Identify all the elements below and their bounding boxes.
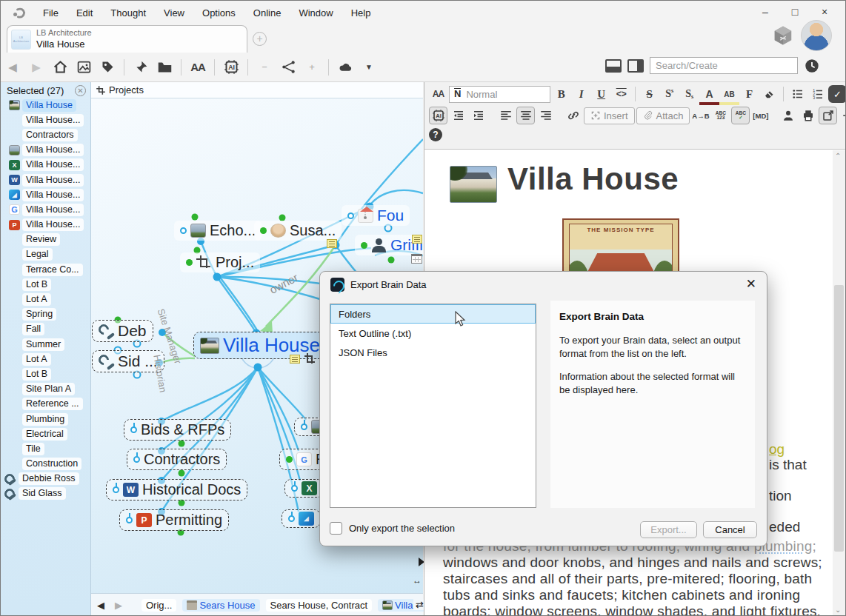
subscript-button[interactable]: Ss <box>680 85 699 103</box>
sidebar-item[interactable]: Sid Glass <box>1 486 90 501</box>
sidebar-item[interactable]: Villa House... <box>1 218 90 232</box>
sidebar-item[interactable]: Villa House... <box>1 173 90 187</box>
plex-layout-button[interactable] <box>279 58 298 77</box>
graph-node[interactable]: Deb <box>92 320 153 342</box>
cloud-sync-button[interactable] <box>336 58 355 77</box>
minimize-button[interactable]: – <box>750 1 780 23</box>
villa-pin-icon[interactable] <box>304 353 316 364</box>
author-button[interactable] <box>779 107 797 124</box>
numbered-list-button[interactable] <box>808 85 827 103</box>
only-export-selection-checkbox[interactable] <box>330 522 342 535</box>
sidebar-item[interactable]: Debbie Ross <box>1 472 90 486</box>
search-input[interactable] <box>650 57 798 74</box>
graph-node[interactable]: Susa... <box>254 221 342 241</box>
pin-button[interactable] <box>131 58 150 77</box>
history-clock-icon[interactable] <box>804 58 820 74</box>
sidebar-item[interactable]: Spring <box>1 307 90 322</box>
graph-node[interactable]: Echo... <box>174 221 262 241</box>
export-format-option[interactable]: Folders <box>330 304 536 324</box>
sidebar-item[interactable]: Lot B <box>1 366 90 381</box>
node-anchor-icon[interactable] <box>180 227 187 234</box>
sidebar-item[interactable]: Site Plan A <box>1 382 90 397</box>
sidebar-item[interactable]: Villa House... <box>1 143 90 158</box>
sidebar-item[interactable]: Villa House <box>1 98 90 113</box>
note-icon[interactable] <box>327 239 337 248</box>
sidebar-item[interactable]: Villa House... <box>1 158 90 173</box>
brain-tab[interactable]: LB Architecture LB Architecture Villa Ho… <box>7 25 247 53</box>
folder-button[interactable] <box>155 58 174 77</box>
scroll-up-icon[interactable]: ⌃ <box>835 152 841 160</box>
graph-node[interactable]: Proj... <box>180 252 260 272</box>
notes-scrollbar[interactable]: ⌃ ⌄ <box>833 150 845 615</box>
find-replace-button[interactable]: A→B <box>691 107 710 124</box>
spellcheck-button[interactable]: ABC✓ <box>731 107 750 124</box>
graph-node[interactable]: Historical Docs <box>106 479 247 500</box>
zoom-out-button[interactable]: − <box>255 58 274 77</box>
calendar-icon[interactable] <box>411 254 422 264</box>
markdown-button[interactable]: [MD] <box>751 107 770 124</box>
menu-item[interactable]: Options <box>196 4 242 21</box>
checklist-button[interactable]: ✓ <box>828 85 846 103</box>
sidebar-item[interactable]: Review <box>1 232 90 247</box>
graph-node[interactable]: Permitting <box>119 509 229 531</box>
menu-item[interactable]: Help <box>344 4 378 21</box>
align-left-button[interactable] <box>496 107 515 124</box>
font-size-button[interactable]: AA <box>188 58 207 77</box>
home-button[interactable] <box>50 58 70 77</box>
highlight-button[interactable]: AB <box>720 85 739 103</box>
node-anchor-icon[interactable] <box>260 227 267 234</box>
sidebar-item[interactable]: Plumbing <box>1 412 90 426</box>
zoom-in-button[interactable]: + <box>302 58 322 77</box>
sidebar-item[interactable]: Contractors <box>1 127 90 142</box>
abc-numbering-button[interactable]: ABC123 <box>711 107 730 124</box>
maximize-button[interactable]: □ <box>780 1 810 23</box>
graph-node[interactable] <box>282 509 321 528</box>
collapse-button[interactable] <box>839 107 846 124</box>
align-center-button[interactable] <box>516 107 535 124</box>
sidebar-item[interactable]: Terrace Co... <box>1 262 90 277</box>
export-format-option[interactable]: Text Outline (.txt) <box>330 324 536 343</box>
notes-font-size-button[interactable]: AA <box>429 85 447 103</box>
history-forward-button[interactable]: ▶ <box>115 600 122 611</box>
align-right-button[interactable] <box>536 107 555 124</box>
node-anchor-icon[interactable] <box>113 486 119 493</box>
export-format-option[interactable]: JSON Files <box>330 343 536 362</box>
node-anchor-icon[interactable] <box>126 517 133 523</box>
indent-button[interactable] <box>469 107 487 124</box>
attach-button[interactable]: Attach <box>636 107 690 124</box>
history-item[interactable]: Sears House <box>182 599 259 612</box>
notes-ai-button[interactable] <box>429 107 447 124</box>
sidebar-item[interactable]: Lot A <box>1 292 90 307</box>
brain-cube-icon[interactable] <box>771 24 795 47</box>
strikethrough-button[interactable]: S <box>640 85 659 103</box>
sidebar-item[interactable]: Construction <box>1 457 90 472</box>
superscript-button[interactable]: Ss <box>660 85 679 103</box>
graph-node[interactable] <box>284 479 324 498</box>
menu-item[interactable]: File <box>36 4 65 21</box>
sidebar-item[interactable]: Summer <box>1 337 90 352</box>
export-button[interactable]: Export... <box>640 521 697 538</box>
menu-item[interactable]: Thought <box>104 4 153 21</box>
cloud-dropdown-caret[interactable]: ▼ <box>359 58 379 77</box>
bullet-list-button[interactable] <box>788 85 807 103</box>
graph-node[interactable]: Bids & RFPs <box>124 419 231 441</box>
sidebar-item[interactable]: Villa House... <box>1 202 90 217</box>
paragraph-style-dropdown[interactable]: N Normal <box>449 86 550 103</box>
node-anchor-icon[interactable] <box>347 212 354 219</box>
help-button[interactable]: ? <box>429 128 442 141</box>
menu-item[interactable]: View <box>157 4 191 21</box>
forward-button[interactable]: ▶ <box>27 58 46 77</box>
cancel-button[interactable]: Cancel <box>703 521 757 538</box>
graph-node[interactable]: Fou <box>342 205 410 226</box>
node-anchor-icon[interactable] <box>130 426 137 433</box>
user-avatar[interactable] <box>801 20 832 51</box>
scroll-thumb[interactable] <box>834 285 844 552</box>
close-selection-icon[interactable]: ✕ <box>75 85 86 96</box>
graph-node[interactable]: Contractors <box>127 449 227 470</box>
history-item[interactable]: Sears House, Contract <box>266 599 373 612</box>
node-anchor-icon[interactable] <box>291 485 298 492</box>
font-button[interactable]: F <box>740 85 759 103</box>
ai-button[interactable] <box>222 58 241 77</box>
history-back-button[interactable]: ◀ <box>97 600 104 611</box>
tag-button[interactable] <box>98 58 117 77</box>
